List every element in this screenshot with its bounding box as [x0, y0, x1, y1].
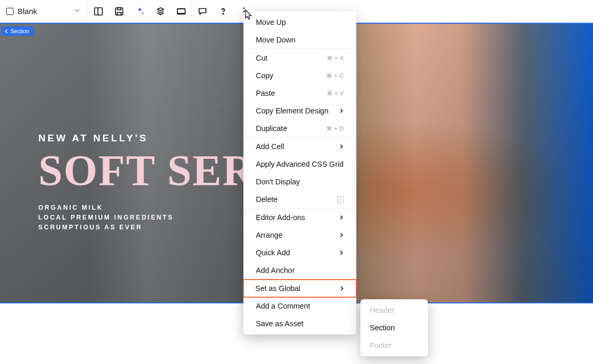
chevron-right-icon	[339, 249, 344, 257]
chevron-right-icon	[339, 231, 344, 239]
layers-button[interactable]	[150, 0, 171, 23]
submenu-label: Footer	[370, 341, 392, 350]
menu-dont-display[interactable]: Don't Display	[243, 173, 356, 191]
menu-label: Paste	[256, 89, 275, 97]
menu-save-as-asset[interactable]: Save as Asset	[243, 315, 356, 332]
menu-label: Quick Add	[256, 249, 290, 257]
chevron-right-icon	[339, 142, 344, 151]
menu-copy-element-design[interactable]: Copy Element Design	[243, 102, 356, 120]
menu-paste[interactable]: Paste⌘ + V	[243, 84, 356, 102]
chevron-right-icon	[339, 213, 344, 222]
menu-shortcut: ⌘ + D	[326, 125, 344, 132]
svg-point-8	[243, 7, 245, 9]
svg-point-7	[223, 13, 224, 14]
chevron-right-icon	[339, 107, 344, 115]
menu-label: Cut	[256, 54, 268, 62]
menu-shortcut: ⌘ + X	[327, 55, 344, 62]
submenu-section[interactable]: Section	[360, 319, 428, 337]
menu-label: Add Anchor	[256, 266, 295, 274]
menu-duplicate[interactable]: Duplicate⌘ + D	[243, 120, 356, 137]
ai-sparkle-button[interactable]	[129, 0, 150, 23]
menu-label: Move Up	[256, 18, 286, 26]
toolbar-group-layout	[88, 0, 192, 23]
menu-arrange[interactable]: Arrange	[243, 226, 356, 244]
set-as-global-submenu: Header Section Footer	[360, 299, 428, 356]
columns-button[interactable]	[88, 0, 109, 23]
menu-label: Move Down	[256, 36, 296, 44]
chevron-left-icon	[4, 29, 9, 34]
svg-rect-3	[117, 12, 121, 15]
breadcrumb-section-pill[interactable]: Section	[1, 26, 34, 36]
svg-rect-0	[95, 8, 103, 15]
menu-label: Editor Add-ons	[256, 213, 305, 222]
menu-label: Set as Global	[255, 284, 300, 293]
menu-label: Add a Comment	[256, 302, 310, 310]
delete-key-icon	[337, 196, 344, 203]
menu-add-comment[interactable]: Add a Comment	[243, 297, 356, 315]
chevron-down-icon	[72, 5, 82, 18]
breadcrumb-section-label: Section	[10, 28, 30, 34]
fullwidth-button[interactable]	[171, 0, 192, 23]
menu-move-up[interactable]: Move Up	[243, 13, 356, 31]
help-button[interactable]	[213, 0, 234, 23]
menu-label: Arrange	[256, 231, 283, 239]
menu-copy[interactable]: Copy⌘ + C	[243, 67, 356, 84]
menu-label: Duplicate	[256, 124, 287, 133]
blank-square-icon	[6, 8, 13, 15]
menu-quick-add[interactable]: Quick Add	[243, 244, 356, 261]
menu-set-as-global[interactable]: Set as Global	[243, 279, 357, 298]
context-menu: Move Up Move Down Cut⌘ + X Copy⌘ + C Pas…	[243, 11, 356, 334]
menu-move-down[interactable]: Move Down	[243, 31, 356, 49]
menu-label: Don't Display	[256, 178, 300, 186]
save-layout-button[interactable]	[109, 0, 129, 23]
element-type-label: Blank	[18, 7, 68, 16]
menu-shortcut: ⌘ + V	[327, 90, 344, 97]
chevron-right-icon	[339, 284, 344, 293]
menu-cut[interactable]: Cut⌘ + X	[243, 49, 356, 67]
svg-rect-4	[118, 8, 121, 10]
menu-delete[interactable]: Delete	[243, 191, 356, 208]
menu-label: Add Cell	[256, 142, 284, 151]
menu-add-anchor[interactable]: Add Anchor	[243, 261, 356, 279]
menu-shortcut: ⌘ + C	[326, 72, 344, 79]
submenu-footer: Footer	[360, 337, 428, 354]
svg-rect-2	[115, 8, 123, 15]
submenu-header: Header	[360, 301, 428, 319]
menu-editor-addons[interactable]: Editor Add-ons	[243, 209, 356, 226]
menu-apply-css-grid[interactable]: Apply Advanced CSS Grid	[243, 155, 356, 173]
comment-button[interactable]	[192, 0, 213, 23]
menu-label: Copy Element Design	[256, 107, 328, 115]
element-type-dropdown[interactable]: Blank	[0, 0, 88, 23]
submenu-label: Header	[370, 306, 395, 314]
menu-label: Apply Advanced CSS Grid	[256, 160, 343, 168]
menu-label: Copy	[256, 71, 273, 80]
submenu-label: Section	[370, 324, 395, 332]
menu-label: Delete	[256, 195, 278, 203]
menu-label: Save as Asset	[256, 319, 303, 328]
menu-add-cell[interactable]: Add Cell	[243, 138, 356, 155]
